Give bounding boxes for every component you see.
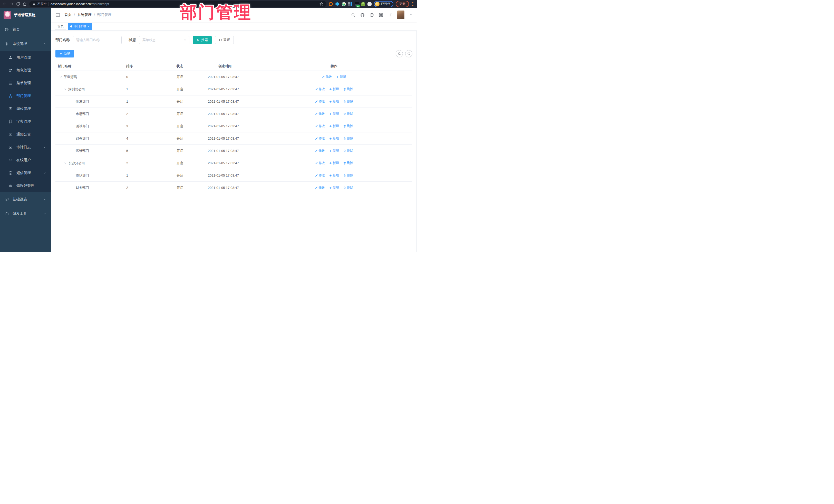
audit-log-icon	[8, 145, 13, 149]
reset-button[interactable]: 重置	[215, 36, 234, 44]
close-icon[interactable]: ×	[88, 25, 90, 28]
sidebar-item-infra[interactable]: 基础设施	[0, 192, 51, 206]
add-button[interactable]: 新增	[56, 50, 74, 58]
app-logo-row[interactable]: 芋道管理系统	[0, 8, 51, 22]
extension-icon[interactable]	[348, 2, 352, 6]
add-link[interactable]: 新增	[329, 99, 339, 104]
breadcrumb-current: 部门管理	[97, 13, 112, 17]
forward-icon[interactable]	[9, 2, 14, 6]
delete-link[interactable]: 删除	[343, 161, 353, 165]
tag-home[interactable]: 首页	[55, 23, 66, 30]
delete-link[interactable]: 删除	[343, 112, 353, 116]
add-link[interactable]: 新增	[329, 149, 339, 153]
sidebar-item-home[interactable]: 首页	[0, 22, 51, 37]
sidebar-item-dict[interactable]: 字典管理	[0, 115, 51, 128]
edit-link[interactable]: 修改	[315, 185, 325, 190]
sidebar-item-online[interactable]: 在线用户	[0, 154, 51, 167]
edit-link[interactable]: 修改	[315, 99, 325, 104]
edit-link[interactable]: 修改	[315, 87, 325, 91]
extensions-puzzle-icon[interactable]	[368, 2, 372, 6]
search-button[interactable]: 搜索	[193, 36, 212, 44]
refresh-button[interactable]	[405, 50, 412, 57]
sidebar-item-role[interactable]: 角色管理	[0, 64, 51, 77]
sidebar-item-dept[interactable]: 部门管理	[0, 90, 51, 103]
browser-profile-chip[interactable]: 已暂停	[374, 1, 393, 7]
chevron-up-icon	[43, 42, 46, 45]
delete-link[interactable]: 删除	[343, 99, 353, 104]
sidebar-item-user[interactable]: 用户管理	[0, 51, 51, 64]
delete-link[interactable]: 删除	[343, 124, 353, 128]
delete-link[interactable]: 删除	[343, 149, 353, 153]
edit-link[interactable]: 修改	[315, 136, 325, 140]
security-label[interactable]: 不安全	[38, 2, 47, 6]
font-size-icon[interactable]	[388, 13, 392, 17]
sidebar-item-system[interactable]: 系统管理	[0, 37, 51, 51]
chevron-down-icon	[183, 39, 186, 42]
plus-icon	[329, 88, 332, 91]
sidebar-item-errcode[interactable]: 错误码管理	[0, 179, 51, 192]
reload-icon[interactable]	[16, 2, 20, 6]
add-link[interactable]: 新增	[329, 161, 339, 165]
add-link[interactable]: 新增	[336, 75, 346, 79]
user-icon	[8, 56, 13, 60]
delete-link[interactable]: 删除	[343, 136, 353, 140]
user-avatar[interactable]	[397, 10, 404, 19]
add-link[interactable]: 新增	[329, 124, 339, 128]
extension-icon[interactable]: V	[342, 2, 346, 6]
edit-link[interactable]: 修改	[322, 75, 332, 79]
search-icon[interactable]	[351, 13, 355, 17]
status-select[interactable]: 菜单状态	[139, 36, 190, 44]
add-link[interactable]: 新增	[329, 185, 339, 190]
sort-value: 2	[124, 161, 172, 165]
extension-icon[interactable]: on	[355, 2, 359, 6]
sidebar-item-sms[interactable]: 短信管理	[0, 167, 51, 179]
delete-link[interactable]: 删除	[343, 185, 353, 190]
expand-arrow-icon[interactable]	[59, 75, 62, 79]
add-link[interactable]: 新增	[329, 173, 339, 178]
edit-link[interactable]: 修改	[315, 112, 325, 116]
edit-link[interactable]: 修改	[315, 161, 325, 165]
sidebar-item-menu[interactable]: 菜单管理	[0, 77, 51, 90]
toggle-search-button[interactable]	[396, 50, 403, 57]
app-window: 芋道管理系统 首页系统管理用户管理角色管理菜单管理部门管理岗位管理字典管理通知公…	[0, 8, 417, 252]
extension-icon[interactable]	[335, 2, 339, 6]
search-icon	[197, 39, 200, 42]
sidebar-item-notice[interactable]: 通知公告	[0, 128, 51, 141]
browser-update-button[interactable]: 更新	[396, 1, 409, 7]
edit-icon	[315, 100, 318, 103]
edit-link[interactable]: 修改	[315, 149, 325, 153]
status-value: 开启	[172, 99, 207, 104]
hamburger-icon[interactable]	[56, 13, 60, 18]
dept-name-input[interactable]: 请输入部门名称	[73, 36, 122, 44]
chevron-down-icon[interactable]	[409, 13, 412, 17]
sort-value: 1	[124, 100, 172, 104]
sidebar-item-audit[interactable]: 审计日志	[0, 141, 51, 154]
add-link[interactable]: 新增	[329, 87, 339, 91]
back-icon[interactable]	[3, 2, 7, 6]
delete-link[interactable]: 删除	[343, 87, 353, 91]
breadcrumb-home[interactable]: 首页	[64, 13, 72, 17]
fullscreen-icon[interactable]	[379, 13, 383, 17]
address-bar[interactable]: 不安全 dashboard.yudao.iocoder.cn/system/de…	[29, 1, 326, 7]
expand-arrow-icon[interactable]	[64, 88, 67, 91]
add-link[interactable]: 新增	[329, 136, 339, 140]
browser-menu-icon[interactable]	[412, 2, 413, 6]
tag-dept[interactable]: 部门管理×	[68, 23, 92, 30]
breadcrumb-system[interactable]: 系统管理	[77, 13, 92, 17]
edit-link[interactable]: 修改	[315, 124, 325, 128]
extension-icon[interactable]	[361, 2, 365, 6]
github-icon[interactable]	[360, 13, 365, 17]
sidebar-item-post[interactable]: 岗位管理	[0, 103, 51, 115]
sidebar-item-tools[interactable]: 研发工具	[0, 206, 51, 221]
plus-icon	[59, 52, 62, 55]
add-link[interactable]: 新增	[329, 112, 339, 116]
edit-link[interactable]: 修改	[315, 173, 325, 178]
delete-link[interactable]: 删除	[343, 173, 353, 178]
notice-icon	[8, 132, 13, 136]
expand-arrow-icon[interactable]	[64, 161, 67, 165]
bookmark-star-icon[interactable]	[320, 2, 323, 6]
extension-icon[interactable]	[329, 2, 333, 6]
help-icon[interactable]	[370, 13, 374, 17]
home-icon[interactable]	[23, 2, 27, 6]
online-user-icon	[8, 158, 13, 162]
